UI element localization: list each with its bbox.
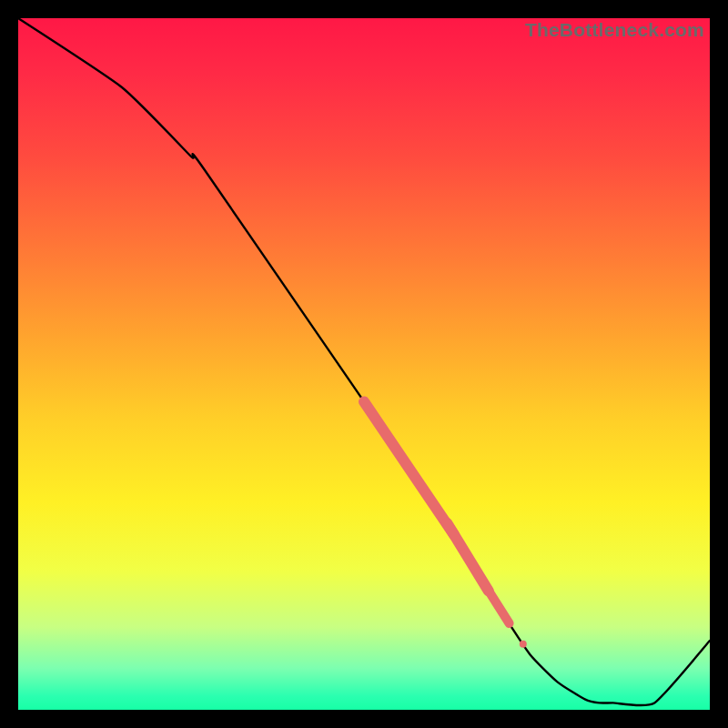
highlight-pill [475,569,510,623]
highlight-pill [364,401,454,534]
bottleneck-curve-line [18,18,710,705]
chart-frame: TheBottleneck.com [18,18,710,710]
highlight-dot [456,541,465,551]
highlight-dot [520,641,527,648]
highlight-markers-group [364,401,527,647]
chart-svg [18,18,710,710]
